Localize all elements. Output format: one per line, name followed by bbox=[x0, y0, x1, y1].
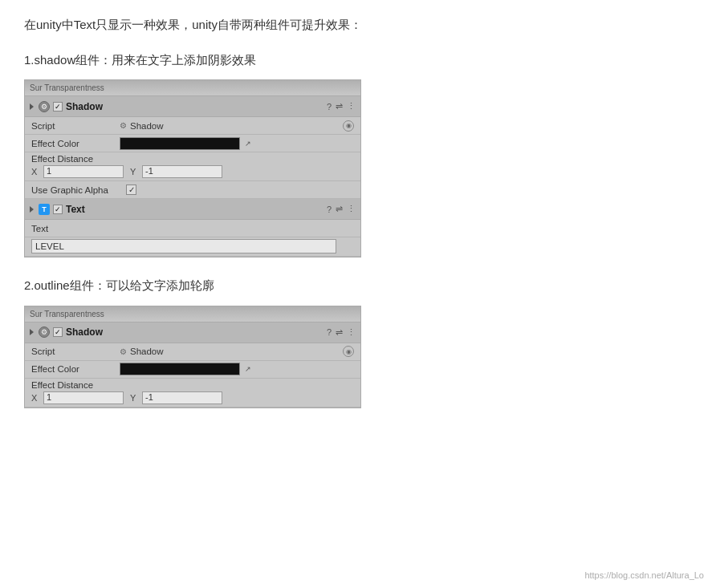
section2-title: 2.outline组件：可以给文字添加轮廓 bbox=[24, 275, 688, 296]
text-checkbox-1[interactable]: ✓ bbox=[53, 205, 63, 214]
text-component-header-1[interactable]: T ✓ Text ? ⇌ ⋮ bbox=[25, 199, 360, 220]
collapse-triangle-2 bbox=[30, 329, 34, 335]
dots-icon-1[interactable]: ⋮ bbox=[347, 101, 356, 112]
effect-distance-label-1: Effect Distance bbox=[25, 152, 360, 164]
shadow-icon-1: ⚙ bbox=[39, 101, 50, 112]
script-row-2: Script ⚙ Shadow ◉ bbox=[25, 343, 360, 361]
shadow-name-2: Shadow bbox=[66, 326, 323, 338]
sliders-icon-2[interactable]: ⇌ bbox=[336, 327, 343, 338]
shadow-icon-2: ⚙ bbox=[39, 326, 50, 338]
effect-color-value-1: ↗ bbox=[120, 137, 354, 150]
script-target-2[interactable]: ◉ bbox=[343, 346, 354, 357]
text-header-icons-1: ? ⇌ ⋮ bbox=[327, 204, 356, 214]
effect-distance-label-2: Effect Distance bbox=[25, 379, 360, 390]
sliders-icon-1[interactable]: ⇌ bbox=[336, 101, 343, 112]
circle-icon-2: ◉ bbox=[346, 348, 352, 355]
effect-color-label-2: Effect Color bbox=[31, 364, 120, 374]
question-icon-text-1[interactable]: ? bbox=[327, 205, 332, 214]
script-label-1: Script bbox=[31, 121, 120, 131]
script-value-1: ⚙ Shadow bbox=[120, 121, 164, 131]
script-row-1: Script ⚙ Shadow ◉ bbox=[25, 117, 360, 135]
unity-panel-2: Sur Transparentness ⚙ ✓ Shadow ? ⇌ ⋮ Scr… bbox=[24, 306, 361, 408]
panel-top-fade-2: Sur Transparentness bbox=[25, 306, 360, 322]
sliders-icon-text-1[interactable]: ⇌ bbox=[336, 204, 343, 214]
graphic-alpha-label-1: Use Graphic Alpha bbox=[31, 185, 120, 195]
text-name-1: Text bbox=[66, 204, 323, 215]
y-field-2: Y -1 bbox=[130, 391, 222, 404]
expand-icon-1[interactable]: ↗ bbox=[245, 140, 251, 148]
graphic-alpha-row-1: Use Graphic Alpha ✓ bbox=[25, 181, 360, 199]
script-text-2: Shadow bbox=[130, 347, 164, 356]
effect-color-row-1: Effect Color ↗ bbox=[25, 135, 360, 152]
shadow-checkbox-2[interactable]: ✓ bbox=[53, 327, 63, 337]
effect-color-label-1: Effect Color bbox=[31, 139, 120, 148]
y-input-2[interactable]: -1 bbox=[142, 391, 222, 404]
text-value-row-1: LEVEL bbox=[25, 237, 360, 257]
effect-color-value-2: ↗ bbox=[120, 363, 354, 375]
expand-icon-2[interactable]: ↗ bbox=[245, 365, 251, 373]
shadow-header-icons-2: ? ⇌ ⋮ bbox=[327, 327, 356, 338]
script-icon-1: ⚙ bbox=[120, 121, 127, 130]
section1-title: 1.shadow组件：用来在文字上添加阴影效果 bbox=[24, 50, 688, 71]
x-input-2[interactable]: 1 bbox=[43, 391, 124, 404]
text-label-row-1: Text bbox=[25, 220, 360, 237]
shadow-checkbox-1[interactable]: ✓ bbox=[53, 102, 63, 112]
x-input-1[interactable]: 1 bbox=[43, 165, 124, 178]
text-field-label-1: Text bbox=[31, 224, 120, 233]
xy-row-1: X 1 Y -1 bbox=[25, 164, 360, 181]
y-label-1: Y bbox=[130, 167, 140, 176]
unity-panel-1: Sur Transparentness ⚙ ✓ Shadow ? ⇌ ⋮ Scr… bbox=[24, 79, 361, 258]
effect-color-row-2: Effect Color ↗ bbox=[25, 361, 360, 379]
intro-text: 在unity中Text只显示一种效果，unity自带两种组件可提升效果： bbox=[24, 14, 688, 35]
dots-icon-text-1[interactable]: ⋮ bbox=[347, 204, 356, 214]
x-label-2: X bbox=[31, 393, 41, 403]
shadow-icon-glyph-2: ⚙ bbox=[41, 328, 47, 336]
x-field-2: X 1 bbox=[31, 391, 124, 404]
panel-top-fade-1: Sur Transparentness bbox=[25, 80, 360, 96]
collapse-triangle-1 bbox=[30, 103, 34, 110]
fade-label-1: Sur Transparentness bbox=[30, 83, 104, 92]
xy-row-2: X 1 Y -1 bbox=[25, 390, 360, 408]
shadow-component-header-2[interactable]: ⚙ ✓ Shadow ? ⇌ ⋮ bbox=[25, 322, 360, 343]
shadow-body-2: Script ⚙ Shadow ◉ Effect Color ↗ Effect … bbox=[25, 343, 360, 408]
x-field-1: X 1 bbox=[31, 165, 124, 178]
collapse-triangle-text-1 bbox=[30, 206, 34, 213]
graphic-alpha-checkbox-1[interactable]: ✓ bbox=[126, 185, 136, 195]
x-label-1: X bbox=[31, 167, 41, 176]
script-target-1[interactable]: ◉ bbox=[343, 120, 354, 132]
script-label-2: Script bbox=[31, 347, 120, 356]
text-body-1: Text LEVEL bbox=[25, 220, 360, 257]
fade-label-2: Sur Transparentness bbox=[30, 310, 104, 318]
shadow-header-icons-1: ? ⇌ ⋮ bbox=[327, 101, 356, 112]
shadow-name-1: Shadow bbox=[66, 101, 323, 112]
script-value-2: ⚙ Shadow bbox=[120, 347, 164, 356]
script-icon-2: ⚙ bbox=[120, 347, 127, 356]
effect-color-swatch-2[interactable] bbox=[120, 363, 240, 375]
text-level-input-1[interactable]: LEVEL bbox=[31, 239, 336, 253]
y-field-1: Y -1 bbox=[130, 165, 222, 178]
script-value-container-1: ⚙ Shadow ◉ bbox=[120, 120, 354, 132]
question-icon-2[interactable]: ? bbox=[327, 327, 332, 337]
effect-color-swatch-1[interactable] bbox=[120, 137, 240, 150]
shadow-component-header-1[interactable]: ⚙ ✓ Shadow ? ⇌ ⋮ bbox=[25, 96, 360, 117]
script-text-1: Shadow bbox=[130, 121, 164, 131]
y-input-1[interactable]: -1 bbox=[142, 165, 222, 178]
watermark: https://blog.csdn.net/Altura_Lo bbox=[584, 570, 704, 580]
script-value-container-2: ⚙ Shadow ◉ bbox=[120, 346, 354, 357]
question-icon-1[interactable]: ? bbox=[327, 102, 332, 112]
shadow-icon-glyph-1: ⚙ bbox=[41, 103, 47, 111]
shadow-body-1: Script ⚙ Shadow ◉ Effect Color ↗ Effect … bbox=[25, 117, 360, 199]
y-label-2: Y bbox=[130, 393, 140, 403]
text-icon-1: T bbox=[39, 204, 50, 215]
dots-icon-2[interactable]: ⋮ bbox=[347, 327, 356, 338]
circle-icon-1: ◉ bbox=[346, 122, 352, 129]
